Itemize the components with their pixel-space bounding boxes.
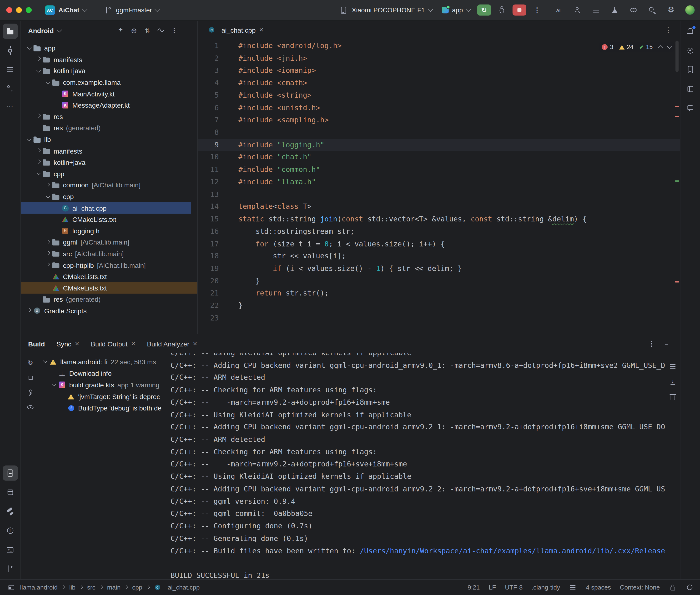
formatter-icon[interactable] [569, 583, 577, 591]
editor-scrollbar[interactable] [675, 41, 678, 72]
line-number[interactable]: 12 [198, 176, 228, 188]
passed-count[interactable]: ✔15 [639, 44, 653, 51]
code-line[interactable]: 15static std::string join(const std::vec… [198, 213, 680, 225]
project-tree-item[interactable]: CMakeLists.txt [21, 214, 191, 225]
code-line[interactable]: 9#include "logging.h" [198, 139, 680, 151]
project-tree-item[interactable]: manifests [21, 54, 191, 65]
stop-icon[interactable] [24, 371, 36, 384]
build-variants-icon[interactable] [608, 3, 621, 17]
window-icon[interactable] [6, 583, 16, 592]
code-line[interactable]: 18 str << values[i]; [198, 250, 680, 262]
project-tree-item[interactable]: ggml[AiChat.lib.main] [21, 237, 191, 248]
project-tree-item[interactable]: logging.h [21, 225, 191, 237]
caret-position[interactable]: 9:21 [468, 584, 480, 591]
project-tree-item[interactable]: MessageAdapter.kt [21, 100, 191, 111]
code-line[interactable]: 6#include <unistd.h> [198, 102, 680, 114]
line-number[interactable]: 10 [198, 151, 228, 163]
code-line[interactable]: 4#include <cmath> [198, 77, 680, 89]
packages-tool-icon[interactable] [2, 485, 18, 500]
device-selector[interactable]: Xiaomi POCOPHONE F1 [336, 4, 435, 16]
line-number[interactable]: 9 [198, 139, 228, 151]
breadcrumb-item[interactable]: cpp [132, 584, 142, 591]
project-tree-item[interactable]: src[AiChat.lib.main] [21, 248, 191, 259]
layout-inspector-icon[interactable] [682, 81, 698, 96]
line-number[interactable]: 14 [198, 200, 228, 213]
chevron-collapsed-icon[interactable] [36, 160, 41, 164]
console-file-link[interactable]: /Users/hanyin/Workspace/ai-chat/examples… [360, 546, 665, 555]
build-options-kebab-icon[interactable] [645, 337, 657, 350]
close-tab-icon[interactable]: × [193, 340, 197, 347]
close-tab-icon[interactable]: × [259, 26, 264, 34]
code-line[interactable]: 23 [198, 312, 680, 324]
line-separator[interactable]: LF [489, 584, 496, 591]
line-number[interactable]: 17 [198, 237, 228, 250]
line-number[interactable]: 1 [198, 40, 228, 52]
error-stripe-mark[interactable] [675, 106, 679, 107]
code-line[interactable]: 11#include "common.h" [198, 163, 680, 176]
code-line[interactable]: 3#include <iomanip> [198, 64, 680, 77]
project-widget[interactable]: AC AiChat [43, 4, 89, 16]
preview-icon[interactable] [24, 401, 36, 413]
code-line[interactable]: 20 } [198, 275, 680, 287]
assistant-chat-icon[interactable] [682, 101, 698, 116]
breadcrumb-item[interactable]: ai_chat.cpp [168, 584, 200, 591]
vcs-branch-widget[interactable]: ggml-master [100, 4, 162, 16]
version-control-tool-icon[interactable] [2, 561, 18, 577]
code-line[interactable]: 17 for (size_t i = 0; i < values.size();… [198, 237, 680, 250]
run-config-selector[interactable]: app [439, 5, 473, 15]
build-tree-item[interactable]: llama.android: fi22 sec, 583 ms [39, 356, 167, 367]
terminal-tool-icon[interactable] [2, 542, 18, 557]
logcat-tool-icon[interactable] [2, 465, 18, 481]
clear-all-icon[interactable] [666, 391, 679, 403]
project-tree-item[interactable]: CMakeLists.txt [21, 271, 191, 282]
chevron-expanded-icon[interactable] [36, 68, 41, 73]
project-tree-item[interactable]: com.example.llama [21, 77, 191, 88]
todo-list-icon[interactable] [589, 3, 603, 17]
project-tree-item[interactable]: app [21, 42, 191, 54]
line-number[interactable]: 4 [198, 77, 228, 89]
project-tree-item[interactable]: kotlin+java [21, 65, 191, 77]
close-window-button[interactable] [6, 7, 12, 13]
project-tree-item[interactable]: cpp [21, 191, 191, 202]
project-tree-item[interactable]: common[AiChat.lib.main] [21, 179, 191, 191]
chevron-expanded-icon[interactable] [36, 171, 41, 175]
build-tool-icon[interactable] [2, 504, 18, 519]
close-tab-icon[interactable]: × [131, 340, 136, 347]
rerun-button[interactable]: ↻ [477, 4, 491, 16]
project-tree-item[interactable]: ai_chat.cpp [21, 202, 191, 214]
settings-icon[interactable] [664, 3, 678, 17]
code-line[interactable]: 2#include <jni.h> [198, 52, 680, 64]
chevron-collapsed-icon[interactable] [46, 251, 50, 255]
notifications-icon[interactable] [682, 24, 698, 39]
chevron-expanded-icon[interactable] [27, 137, 31, 141]
line-number[interactable]: 15 [198, 213, 228, 225]
project-view-selector[interactable]: Android [28, 27, 61, 34]
problems-tool-icon[interactable] [2, 523, 18, 538]
chevron-expanded-icon[interactable] [46, 194, 50, 198]
error-count[interactable]: 3 [602, 44, 613, 51]
device-manager-icon[interactable] [682, 62, 698, 77]
search-everywhere-icon[interactable] [645, 3, 659, 17]
pull-requests-tool-icon[interactable] [2, 81, 18, 96]
project-tree-item[interactable]: res(generated) [21, 293, 191, 305]
build-tree-item[interactable]: build.gradle.ktsapp 1 warning [39, 379, 167, 391]
breadcrumb-item[interactable]: src [87, 584, 95, 591]
code-line[interactable]: 13 [198, 188, 680, 200]
code-line[interactable]: 8 [198, 126, 680, 139]
line-number[interactable]: 2 [198, 52, 228, 64]
close-tab-icon[interactable]: × [75, 340, 79, 347]
project-tree-item[interactable]: Gradle Scripts [21, 305, 191, 316]
line-number[interactable]: 8 [198, 126, 228, 139]
chevron-collapsed-icon[interactable] [46, 262, 50, 267]
soft-wrap-icon[interactable] [666, 360, 679, 373]
line-number[interactable]: 20 [198, 275, 228, 287]
inspections-widget[interactable]: 3 24 ✔15 [599, 42, 674, 52]
code-line[interactable]: 22} [198, 300, 680, 312]
line-number[interactable]: 19 [198, 262, 228, 275]
hide-build-panel-icon[interactable] [660, 337, 673, 350]
chevron-collapsed-icon[interactable] [46, 182, 50, 187]
line-number[interactable]: 3 [198, 64, 228, 77]
commit-tool-icon[interactable] [2, 43, 18, 58]
build-tab-sync[interactable]: Sync× [56, 340, 79, 347]
line-number[interactable]: 11 [198, 163, 228, 176]
